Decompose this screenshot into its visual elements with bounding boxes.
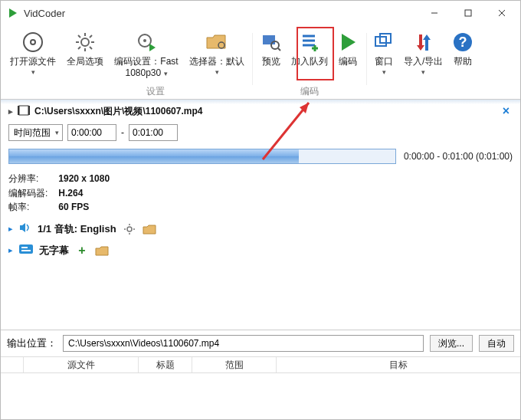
separator (252, 33, 253, 85)
group-settings-label: 设置 (61, 85, 251, 98)
output-path-input[interactable] (63, 335, 424, 352)
add-queue-label: 加入队列 (291, 56, 328, 67)
encode-button[interactable]: 编码 (333, 28, 363, 67)
svg-line-13 (90, 47, 92, 49)
grid-col-target[interactable]: 目标 (277, 357, 520, 372)
arrows-icon (413, 30, 434, 54)
progress-fill (9, 149, 299, 163)
auto-button[interactable]: 自动 (479, 335, 514, 352)
film-icon (18, 105, 30, 118)
svg-rect-35 (19, 106, 28, 115)
range-mode-value: 时间范围 (14, 126, 51, 139)
chevron-down-icon: ▾ (55, 129, 59, 136)
preview-button[interactable]: 预览 (256, 28, 287, 67)
svg-rect-45 (21, 247, 28, 248)
chevron-down-icon: ▾ (215, 68, 219, 76)
svg-marker-31 (417, 34, 424, 51)
open-source-label: 打开源文件 (10, 56, 56, 67)
svg-line-15 (78, 47, 80, 49)
dash-label: - (121, 127, 124, 138)
expand-icon[interactable]: ▸ (8, 224, 13, 234)
app-icon (7, 7, 19, 19)
close-source-button[interactable]: × (500, 104, 513, 118)
audio-track-name: English (80, 223, 116, 235)
expand-icon[interactable]: ▸ (8, 107, 13, 116)
window-label: 窗口 (375, 56, 393, 67)
add-queue-button[interactable]: 加入队列 (287, 28, 333, 67)
grid-col-expand[interactable] (1, 357, 24, 372)
svg-rect-20 (263, 35, 275, 44)
expand-icon[interactable]: ▸ (8, 245, 13, 255)
svg-marker-0 (9, 8, 17, 18)
queue-grid-body (1, 373, 520, 419)
svg-point-17 (143, 39, 146, 42)
fps-label: 帧率: (8, 200, 56, 215)
audio-settings-button[interactable] (123, 222, 136, 236)
grid-col-source[interactable]: 源文件 (24, 357, 139, 372)
codec-label: 编解码器: (8, 186, 56, 201)
end-time-input[interactable] (129, 124, 178, 141)
subtitle-icon (19, 244, 33, 256)
audio-folder-button[interactable] (143, 222, 156, 236)
encode-settings-button[interactable]: 编码设置：Fast 1080p30 ▾ (108, 28, 185, 79)
range-progress[interactable] (8, 149, 396, 164)
gear-play-icon (136, 30, 157, 54)
help-button[interactable]: ? 帮助 (447, 28, 478, 99)
svg-line-12 (78, 35, 80, 38)
output-row: 输出位置： 浏览... 自动 (1, 330, 520, 356)
folder-gear-icon (205, 30, 228, 54)
browse-button[interactable]: 浏览... (430, 335, 473, 352)
svg-rect-36 (18, 106, 19, 115)
source-header: ▸ C:\Users\sxxxn\图片\视频\1100607.mp4 × (8, 104, 513, 118)
toolbar: 打开源文件 ▾ 全局选项 编码设置：Fast 1080p30 ▾ (1, 25, 520, 100)
play-icon (337, 30, 359, 54)
audio-label: 音轨: (54, 223, 77, 235)
subtitle-label: 无字幕 (39, 244, 69, 258)
minimize-button[interactable] (418, 2, 451, 25)
audio-tracks-row: ▸ 1/1 音轨: English (8, 222, 513, 236)
source-path: C:\Users\sxxxn\图片\视频\1100607.mp4 (34, 105, 202, 118)
progress-row: 0:00:00 - 0:01:00 (0:01:00) (8, 149, 513, 164)
magnifier-icon (260, 30, 282, 54)
close-button[interactable] (485, 2, 519, 25)
svg-rect-2 (465, 10, 471, 16)
output-label: 输出位置： (7, 336, 57, 350)
group-encode-label: 编码 (254, 85, 365, 98)
svg-point-5 (24, 33, 42, 51)
svg-marker-32 (423, 34, 431, 51)
picker-button[interactable]: 选择器：默认 ▾ (185, 28, 249, 79)
preview-label: 预览 (262, 56, 280, 67)
open-source-button[interactable]: 打开源文件 ▾ (5, 28, 61, 99)
app-window: VidCoder 打开源文件 ▾ (0, 0, 521, 420)
chevron-down-icon: ▾ (31, 68, 35, 76)
global-options-button[interactable]: 全局选项 (62, 28, 108, 79)
import-export-button[interactable]: 导入/导出 ▾ (399, 28, 447, 99)
range-mode-select[interactable]: 时间范围 ▾ (8, 124, 63, 141)
disc-icon (21, 30, 44, 54)
svg-rect-37 (28, 106, 30, 115)
speaker-icon (19, 222, 31, 235)
svg-marker-28 (342, 34, 356, 51)
svg-line-22 (278, 48, 280, 51)
encode-settings-label-1: 编码设置：Fast (114, 56, 178, 67)
maximize-button[interactable] (451, 2, 485, 25)
encode-label: 编码 (339, 56, 357, 67)
subtitle-folder-button[interactable] (95, 244, 109, 258)
time-range-row: 时间范围 ▾ - (8, 124, 513, 141)
chevron-down-icon: ▾ (164, 70, 168, 77)
gear-icon (74, 30, 96, 54)
output-section: 输出位置： 浏览... 自动 源文件 标题 范围 目标 (1, 330, 520, 419)
help-label: 帮助 (454, 56, 472, 67)
svg-line-14 (90, 35, 92, 38)
add-subtitle-button[interactable]: + (75, 244, 89, 258)
import-export-label: 导入/导出 (404, 56, 443, 67)
fps-value: 60 FPS (58, 202, 89, 212)
separator (366, 33, 367, 85)
window-button[interactable]: 窗口 ▾ (369, 28, 399, 99)
grid-col-title[interactable]: 标题 (139, 357, 192, 372)
start-time-input[interactable] (67, 124, 116, 141)
svg-point-7 (81, 38, 89, 46)
svg-text:?: ? (459, 34, 467, 50)
resolution-label: 分辨率: (8, 172, 56, 186)
grid-col-range[interactable]: 范围 (192, 357, 277, 372)
